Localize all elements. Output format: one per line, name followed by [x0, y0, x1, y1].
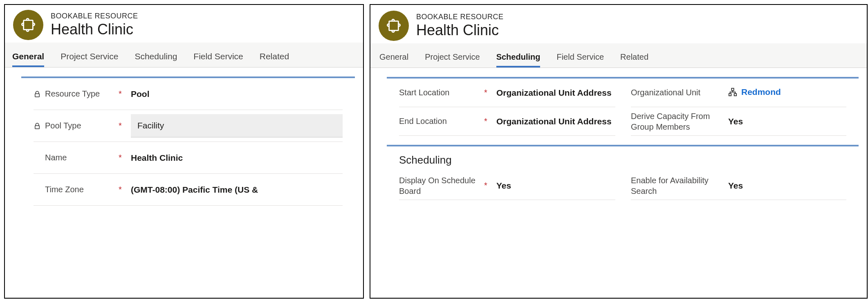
puzzle-icon — [387, 19, 401, 33]
required-indicator: * — [115, 121, 125, 130]
label-resource-type: Resource Type — [34, 89, 115, 99]
svg-rect-0 — [24, 20, 33, 30]
svg-rect-5 — [729, 93, 731, 96]
value-resource-type[interactable]: Pool — [125, 89, 343, 99]
required-indicator: * — [115, 185, 125, 194]
value-end-location[interactable]: Organizational Unit Address — [491, 117, 615, 126]
field-end-location: End Location * Organizational Unit Addre… — [399, 107, 615, 136]
label-end-location: End Location — [399, 117, 481, 126]
svg-rect-2 — [35, 126, 40, 129]
entity-name-label: Health Clinic — [51, 20, 138, 38]
entity-type-label: BOOKABLE RESOURCE — [51, 12, 138, 20]
field-enable-availability-search: Enable for Availability Search Yes — [631, 171, 846, 200]
record-header: BOOKABLE RESOURCE Health Clinic — [5, 5, 363, 43]
tab-related[interactable]: Related — [620, 52, 648, 67]
tab-field-service[interactable]: Field Service — [193, 52, 243, 67]
record-panel-general: BOOKABLE RESOURCE Health Clinic General … — [4, 4, 364, 299]
label-derive-capacity: Derive Capacity From Group Members — [631, 111, 713, 132]
value-organizational-unit[interactable]: Redmond — [722, 87, 846, 99]
location-section: Start Location * Organizational Unit Add… — [387, 77, 859, 136]
required-indicator: * — [115, 153, 125, 162]
value-enable-availability-search[interactable]: Yes — [722, 181, 846, 191]
required-indicator: * — [481, 181, 491, 190]
svg-rect-4 — [731, 88, 734, 90]
svg-rect-6 — [734, 93, 737, 96]
record-panel-scheduling: BOOKABLE RESOURCE Health Clinic General … — [370, 4, 868, 299]
tab-field-service[interactable]: Field Service — [556, 52, 604, 67]
record-header: BOOKABLE RESOURCE Health Clinic — [370, 5, 867, 43]
value-time-zone[interactable]: (GMT-08:00) Pacific Time (US & — [125, 185, 343, 195]
tab-scheduling[interactable]: Scheduling — [135, 52, 177, 67]
tab-scheduling[interactable]: Scheduling — [496, 52, 541, 67]
tab-project-service[interactable]: Project Service — [425, 52, 480, 67]
entity-name-label: Health Clinic — [416, 21, 504, 39]
puzzle-icon — [21, 18, 35, 32]
label-organizational-unit: Organizational Unit — [631, 88, 713, 97]
header-text: BOOKABLE RESOURCE Health Clinic — [51, 12, 138, 38]
field-start-location: Start Location * Organizational Unit Add… — [399, 79, 615, 107]
entity-icon — [379, 11, 409, 41]
label-pool-type: Pool Type — [34, 121, 115, 130]
tab-bar: General Project Service Scheduling Field… — [370, 43, 867, 68]
org-unit-icon — [728, 88, 737, 97]
scheduling-section: Scheduling Display On Schedule Board * Y… — [387, 145, 859, 200]
field-organizational-unit: Organizational Unit Redmond — [631, 79, 846, 107]
value-name[interactable]: Health Clinic — [125, 153, 343, 163]
entity-type-label: BOOKABLE RESOURCE — [416, 13, 504, 21]
value-pool-type[interactable]: Facility — [125, 114, 343, 137]
tab-general[interactable]: General — [12, 52, 44, 67]
value-start-location[interactable]: Organizational Unit Address — [491, 88, 615, 98]
svg-rect-1 — [35, 94, 40, 97]
tab-related[interactable]: Related — [260, 52, 289, 67]
lock-icon — [34, 90, 41, 98]
field-name: Name * Health Clinic — [34, 142, 343, 174]
section-title-scheduling: Scheduling — [387, 146, 859, 171]
field-derive-capacity: Derive Capacity From Group Members Yes — [631, 107, 846, 136]
lock-icon — [34, 122, 41, 130]
label-name: Name — [34, 153, 115, 162]
field-time-zone: Time Zone * (GMT-08:00) Pacific Time (US… — [34, 174, 343, 206]
value-derive-capacity[interactable]: Yes — [722, 117, 846, 126]
tab-general[interactable]: General — [379, 52, 408, 67]
required-indicator: * — [115, 89, 125, 99]
general-section: Resource Type * Pool Pool Type * Facilit… — [21, 76, 355, 206]
value-display-on-schedule-board[interactable]: Yes — [491, 181, 615, 191]
required-indicator: * — [481, 117, 491, 126]
field-resource-type: Resource Type * Pool — [34, 78, 343, 110]
field-pool-type: Pool Type * Facility — [34, 110, 343, 142]
label-start-location: Start Location — [399, 88, 481, 97]
label-display-on-schedule-board: Display On Schedule Board — [399, 175, 481, 196]
label-enable-availability-search: Enable for Availability Search — [631, 175, 713, 196]
svg-rect-3 — [389, 21, 399, 31]
required-indicator: * — [481, 88, 491, 97]
tab-bar: General Project Service Scheduling Field… — [5, 43, 363, 67]
label-time-zone: Time Zone — [34, 185, 115, 194]
field-display-on-schedule-board: Display On Schedule Board * Yes — [399, 171, 615, 200]
header-text: BOOKABLE RESOURCE Health Clinic — [416, 13, 504, 39]
tab-project-service[interactable]: Project Service — [61, 52, 118, 67]
entity-icon — [13, 10, 43, 40]
